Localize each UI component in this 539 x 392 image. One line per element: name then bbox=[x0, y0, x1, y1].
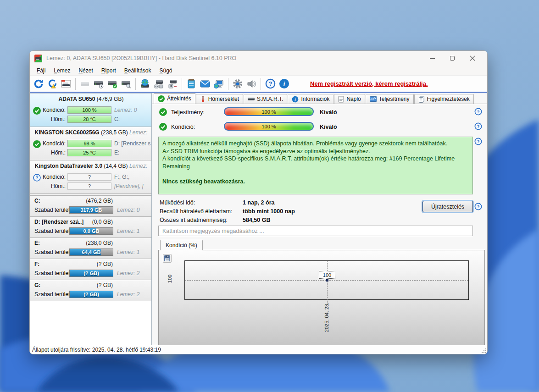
comment-input[interactable] bbox=[158, 226, 473, 236]
condition-label: Kondíció: bbox=[30, 107, 67, 113]
toolbar: ! bbox=[30, 76, 487, 93]
minimize-button[interactable] bbox=[422, 51, 442, 65]
menu-disk[interactable]: Lemez bbox=[50, 66, 74, 75]
disk-title: ADATA SU650 (476,9 GB) bbox=[33, 96, 150, 102]
refresh-warning-icon[interactable]: ! bbox=[45, 77, 59, 91]
temperature-bar: ? bbox=[67, 182, 111, 190]
toolbar-separator bbox=[75, 78, 76, 90]
y-axis-tick: 100 bbox=[167, 272, 172, 286]
disk-connect-icon[interactable] bbox=[152, 77, 166, 91]
partition-item-d[interactable]: D: [Rendszer szá..] (0,0 GB) Szabad terü… bbox=[30, 217, 151, 238]
tab-performance[interactable]: Teljesítmény bbox=[366, 94, 414, 104]
disk-icon bbox=[248, 97, 255, 101]
disk-surface-test-icon[interactable] bbox=[119, 77, 133, 91]
chart-plot-area: 100 bbox=[184, 260, 469, 300]
svg-text:?: ? bbox=[477, 204, 479, 209]
retest-button[interactable]: Újratesztelés bbox=[422, 201, 473, 212]
network-computer-icon[interactable] bbox=[212, 77, 226, 91]
drive-letters: [Pendrive], [ bbox=[114, 183, 144, 189]
toolbar-separator bbox=[228, 78, 228, 90]
free-space-bar: (? GB) bbox=[69, 291, 113, 298]
performance-gauge: 100 % bbox=[224, 107, 314, 116]
help-icon[interactable]: ? bbox=[474, 122, 482, 130]
report-icon[interactable] bbox=[59, 77, 73, 91]
disk-number: Lemez: 2 bbox=[117, 270, 139, 276]
drive-letters: D: [Rendszer s bbox=[114, 140, 150, 147]
svg-text:i: i bbox=[295, 97, 296, 101]
condition-rating: Kiváló bbox=[320, 124, 337, 130]
register-notice-link[interactable]: Nem regisztrált verzió, kérem regisztrál… bbox=[310, 80, 428, 87]
condition-bar: 98 % bbox=[67, 140, 111, 147]
menu-settings[interactable]: Beállítások bbox=[120, 66, 156, 75]
maximize-icon bbox=[450, 56, 455, 61]
email-icon[interactable] bbox=[198, 77, 212, 91]
sound-icon[interactable] bbox=[244, 77, 258, 91]
menu-view[interactable]: Nézet bbox=[74, 66, 97, 75]
help-icon[interactable]: ? bbox=[474, 203, 482, 210]
disk-schedule-icon[interactable] bbox=[92, 77, 106, 91]
disk-disconnect-icon[interactable] bbox=[166, 77, 179, 91]
disk-item-adata-su650[interactable]: ADATA SU650 (476,9 GB) Kondíció:100 %Lem… bbox=[30, 94, 151, 127]
status-line: A kondíciót a következő SSD-specifikus S… bbox=[162, 155, 469, 170]
tab-smart[interactable]: S.M.A.R.T. bbox=[244, 94, 287, 104]
sidebar-empty-area bbox=[30, 301, 151, 345]
log-icon[interactable] bbox=[184, 77, 198, 91]
pages-icon bbox=[418, 96, 425, 103]
tabstrip-baseline bbox=[152, 104, 487, 104]
svg-text:?: ? bbox=[477, 109, 479, 114]
help-icon[interactable]: ? bbox=[263, 77, 277, 91]
menu-help[interactable]: Súgó bbox=[155, 66, 176, 75]
temperature-label: Hőm.: bbox=[30, 183, 67, 189]
titlebar[interactable]: Lemez: 0, ADATA SU650 [2O052L19BBHY] - H… bbox=[30, 51, 487, 66]
settings-gear-icon[interactable] bbox=[231, 77, 244, 91]
window-title: Lemez: 0, ADATA SU650 [2O052L19BBHY] - H… bbox=[46, 55, 236, 61]
disk-test-ok-icon[interactable] bbox=[106, 77, 119, 91]
help-icon[interactable]: ? bbox=[474, 108, 482, 116]
disk-number: Lemez: 1 bbox=[117, 249, 139, 255]
chart-tab-condition[interactable]: Kondíció (%) bbox=[160, 240, 203, 250]
main-content: Áttekintés Hőmérséklet S.M.A.R.T. i Info… bbox=[152, 93, 487, 345]
tab-overview[interactable]: Áttekintés bbox=[154, 93, 195, 104]
svg-text:?: ? bbox=[477, 139, 479, 144]
close-button[interactable] bbox=[462, 51, 483, 65]
condition-label: Kondíció: bbox=[30, 140, 67, 147]
condition-gauge: 100 % bbox=[224, 122, 314, 131]
svg-text:?: ? bbox=[477, 124, 479, 129]
health-status-box: A mozgó alkatrész nélküli meghajtó (SSD)… bbox=[158, 137, 473, 194]
info-icon[interactable]: i bbox=[277, 77, 291, 91]
toolbar-separator bbox=[182, 78, 182, 90]
partition-item-c[interactable]: C: (476,2 GB) Szabad terület 317,9 GB Le… bbox=[30, 196, 151, 217]
temperature-bar: 28 °C bbox=[67, 116, 111, 123]
tabstrip: Áttekintés Hőmérséklet S.M.A.R.T. i Info… bbox=[152, 93, 487, 104]
partition-item-g[interactable]: G: (? GB) Szabad terület (? GB) Lemez: 2 bbox=[30, 280, 151, 301]
data-point bbox=[326, 279, 328, 282]
lifetime-label: Becsült hátralévő élettartam: bbox=[160, 208, 232, 215]
partition-item-e[interactable]: E: (238,0 GB) Szabad terület 64,4 GB Lem… bbox=[30, 238, 151, 259]
maximize-button[interactable] bbox=[442, 51, 462, 65]
last-updated-text: Állapot utoljára frissítve: 2025. 04. 28… bbox=[32, 347, 161, 353]
status-line: A mozgó alkatrész nélküli meghajtó (SSD)… bbox=[162, 140, 469, 148]
resize-grip[interactable] bbox=[480, 347, 486, 353]
free-space-bar: 0,0 GB bbox=[69, 227, 113, 235]
disk-offline-icon[interactable] bbox=[78, 77, 92, 91]
tab-information[interactable]: i Információk bbox=[288, 94, 333, 104]
free-space-bar: 317,9 GB bbox=[69, 206, 113, 214]
partition-item-f[interactable]: F: (? GB) Szabad terület (? GB) Lemez: 2 bbox=[30, 259, 151, 280]
crosshair-vertical bbox=[327, 261, 328, 305]
disk-item-kingston-skc600[interactable]: KINGSTON SKC600256G (238,5 GB) Lemez: Ko… bbox=[30, 127, 151, 160]
tab-log[interactable]: Napló bbox=[334, 94, 365, 104]
menu-report[interactable]: Riport bbox=[97, 66, 120, 75]
menubar: Fájl Lemez Nézet Riport Beállítások Súgó bbox=[30, 66, 487, 76]
info-circle-icon: i bbox=[292, 96, 299, 103]
menu-file[interactable]: Fájl bbox=[33, 66, 50, 75]
tab-alerts[interactable]: Figyelmeztetések bbox=[414, 94, 474, 104]
disk-item-kingston-datatraveler[interactable]: Kingston DataTraveler 3.0 (14,4 GB) Leme… bbox=[30, 160, 151, 194]
network-disk-icon[interactable] bbox=[138, 77, 152, 91]
refresh-icon[interactable] bbox=[32, 77, 45, 91]
sidebar: ADATA SU650 (476,9 GB) Kondíció:100 %Lem… bbox=[30, 93, 152, 345]
tab-temperature[interactable]: Hőmérséklet bbox=[196, 94, 243, 104]
free-space-bar: 64,4 GB bbox=[69, 248, 113, 256]
help-icon[interactable]: ? bbox=[474, 138, 482, 145]
save-chart-icon[interactable] bbox=[163, 254, 172, 263]
total-written-label: Összes írt adatmennyiség: bbox=[160, 217, 228, 223]
